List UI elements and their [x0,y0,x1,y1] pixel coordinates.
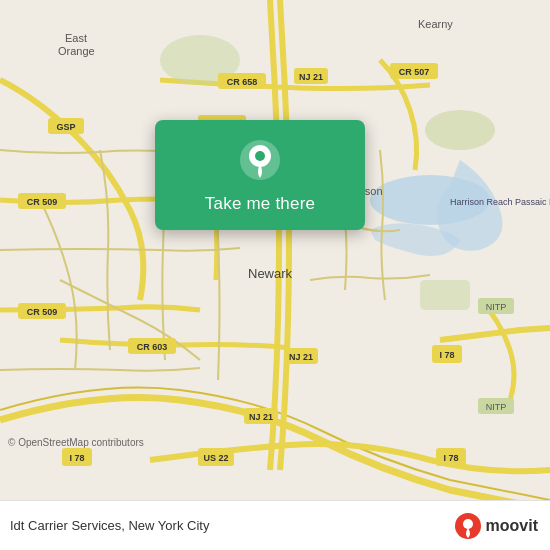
location-name: Idt Carrier Services, New York City [10,518,209,533]
svg-text:Newark: Newark [248,266,293,281]
svg-point-47 [463,519,473,529]
svg-text:East: East [65,32,87,44]
svg-text:NITP: NITP [486,302,507,312]
svg-text:I 78: I 78 [69,453,84,463]
svg-text:GSP: GSP [56,122,75,132]
svg-text:CR 509: CR 509 [27,197,58,207]
svg-text:NITP: NITP [486,402,507,412]
svg-text:I 78: I 78 [443,453,458,463]
svg-text:CR 507: CR 507 [399,67,430,77]
svg-text:CR 658: CR 658 [227,77,258,87]
svg-point-45 [255,151,265,161]
svg-text:NJ 21: NJ 21 [299,72,323,82]
svg-text:NJ 21: NJ 21 [289,352,313,362]
bottom-bar: Idt Carrier Services, New York City moov… [0,500,550,550]
svg-rect-4 [420,280,470,310]
svg-text:NJ 21: NJ 21 [249,412,273,422]
svg-text:Kearny: Kearny [418,18,453,30]
map-background: CR 658 CR 507 NJ 21 GSP CR 509 CR 509 CR… [0,0,550,500]
moovit-icon [454,512,482,540]
svg-text:CR 603: CR 603 [137,342,168,352]
location-card: Take me there [155,120,365,230]
map-container: CR 658 CR 507 NJ 21 GSP CR 509 CR 509 CR… [0,0,550,500]
svg-text:Harrison Reach Passaic R: Harrison Reach Passaic R [450,197,550,207]
svg-text:CR 509: CR 509 [27,307,58,317]
svg-text:I 78: I 78 [439,350,454,360]
svg-text:Orange: Orange [58,45,95,57]
take-me-there-button[interactable]: Take me there [205,194,315,214]
pin-icon [238,138,282,182]
osm-attribution: © OpenStreetMap contributors [8,437,144,448]
moovit-text: moovit [486,517,538,535]
moovit-logo: moovit [454,512,538,540]
svg-text:US 22: US 22 [203,453,228,463]
svg-point-2 [425,110,495,150]
location-info: Idt Carrier Services, New York City [10,518,209,533]
